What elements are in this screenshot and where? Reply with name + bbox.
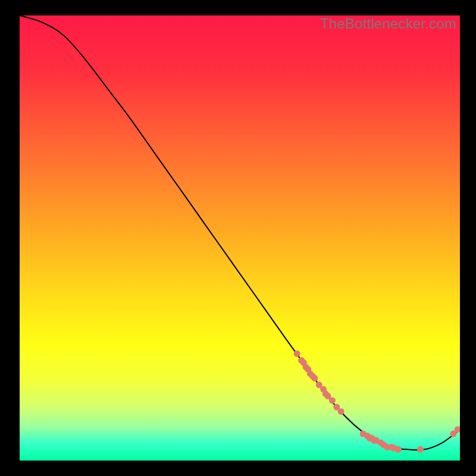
chart-frame: TheBottlenecker.com [0,0,476,476]
data-marker [417,446,424,453]
watermark-text: TheBottlenecker.com [320,15,456,32]
data-marker [329,397,336,404]
plot-area [20,15,460,461]
data-marker [395,446,402,453]
data-marker [294,350,300,357]
data-marker [338,408,345,415]
gradient-background [20,15,460,461]
data-marker [311,375,318,381]
